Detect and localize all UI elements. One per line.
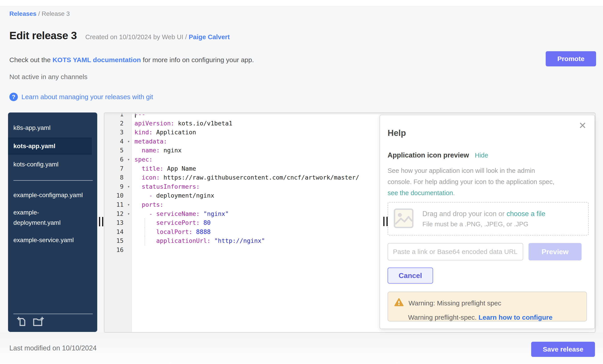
- file-item-kots-app.yaml[interactable]: kots-app.yaml: [8, 137, 92, 155]
- hide-link[interactable]: Hide: [475, 152, 488, 159]
- line-number: 15: [104, 236, 132, 245]
- add-folder-icon[interactable]: [33, 316, 44, 328]
- question-circle-icon[interactable]: ?: [9, 93, 18, 101]
- doc-line-suffix: for more info on configuring your app.: [141, 56, 254, 64]
- add-file-icon[interactable]: [16, 316, 27, 328]
- file-item-example-service.yaml[interactable]: example-service.yaml: [8, 232, 92, 248]
- file-item-example-deployment.yaml[interactable]: example-deployment.yaml: [8, 205, 92, 231]
- icon-url-input[interactable]: [388, 243, 523, 260]
- breadcrumb-separator: /: [36, 10, 41, 17]
- file-sidebar: k8s-app.yamlkots-app.yamlkots-config.yam…: [8, 112, 97, 332]
- choose-file-link[interactable]: choose a file: [506, 210, 545, 218]
- fold-arrow-icon[interactable]: ▾: [127, 137, 130, 146]
- sidebar-resize-handle[interactable]: [99, 217, 103, 226]
- learn-configure-link[interactable]: Learn how to configure: [479, 314, 553, 321]
- file-item-k8s-app.yaml[interactable]: k8s-app.yaml: [8, 120, 92, 136]
- promote-button[interactable]: Promote: [546, 51, 596, 66]
- warning-line2: Warning preflight-spec. Learn how to con…: [408, 314, 580, 321]
- help-panel-title: Help: [388, 128, 587, 138]
- save-release-button[interactable]: Save release: [531, 342, 595, 357]
- line-number: 6▾: [104, 155, 132, 164]
- see-documentation-link[interactable]: see the documentation: [388, 189, 453, 197]
- preview-button[interactable]: Preview: [529, 243, 582, 260]
- title-row: Edit release 3 Created on 10/10/2024 by …: [9, 29, 230, 42]
- fold-arrow-icon[interactable]: ▾: [127, 210, 130, 219]
- file-item-kots-config.yaml[interactable]: kots-config.yaml: [8, 157, 92, 172]
- icon-drop-zone[interactable]: Drag and drop your icon or choose a file…: [388, 202, 589, 235]
- line-number: 12▾: [104, 210, 132, 219]
- editor-gutter: 1234▾56▾789▾1011▾12▾13141516: [104, 112, 132, 332]
- line-number: 13: [104, 218, 132, 227]
- sidebar-bottom-divider: [13, 314, 93, 314]
- preflight-warning-box: Warning: Missing preflight spec Warning …: [388, 292, 587, 321]
- created-subtitle: Created on 10/10/2024 by Web UI / Paige …: [85, 33, 230, 41]
- line-number: 14: [104, 227, 132, 237]
- line-number: 1: [104, 112, 132, 119]
- help-body-line2: console. For help adding your icon to th…: [388, 178, 554, 185]
- help-body-suffix: .: [453, 189, 455, 197]
- breadcrumb-releases-link[interactable]: Releases: [9, 10, 36, 17]
- git-help-row[interactable]: ? Learn about managing your releases wit…: [9, 93, 153, 101]
- help-panel: ✕ Help Application icon preview Hide See…: [380, 115, 595, 329]
- doc-line: Check out the KOTS YAML documentation fo…: [9, 56, 254, 64]
- git-help-link[interactable]: Learn about managing your releases with …: [21, 93, 153, 101]
- doc-line-prefix: Check out the: [9, 56, 52, 64]
- breadcrumb: Releases / Release 3: [9, 10, 70, 17]
- line-number: 11▾: [104, 200, 132, 210]
- kots-yaml-doc-link[interactable]: KOTS YAML documentation: [52, 56, 141, 64]
- top-strip: [0, 0, 603, 6]
- line-number: 7: [104, 164, 132, 173]
- icon-url-row: Preview: [388, 243, 587, 260]
- fold-arrow-icon[interactable]: ▾: [127, 155, 130, 164]
- sidebar-divider: [13, 180, 93, 181]
- icon-preview-section-header: Application icon preview Hide: [388, 151, 587, 159]
- help-body-line1: See how your application icon will look …: [388, 167, 535, 174]
- line-number: 16: [104, 245, 132, 255]
- created-text: Created on 10/10/2024 by Web UI /: [85, 33, 189, 41]
- sidebar-actions: [16, 316, 44, 328]
- help-panel-resize-handle[interactable]: [383, 217, 388, 226]
- drop-zone-text: Drag and drop your icon or choose a file…: [422, 210, 545, 228]
- cancel-button[interactable]: Cancel: [388, 267, 433, 284]
- warning-line1: Warning: Missing preflight spec: [394, 298, 580, 308]
- line-number: 5: [104, 146, 132, 155]
- file-item-example-configmap.yaml[interactable]: example-configmap.yaml: [8, 187, 92, 203]
- breadcrumb-current: Release 3: [42, 10, 70, 17]
- line-number: 9▾: [104, 182, 132, 191]
- text-caret: [135, 112, 136, 118]
- page-title: Edit release 3: [9, 29, 77, 42]
- drop-file-types-text: File must be a .PNG, .JPEG, or .JPG: [422, 221, 545, 228]
- line-number: 10: [104, 191, 132, 200]
- line-number: 2: [104, 119, 132, 128]
- last-modified-text: Last modified on 10/10/2024: [9, 344, 97, 352]
- warning-detail: Warning preflight-spec.: [408, 314, 479, 321]
- warning-triangle-icon: [394, 298, 404, 308]
- line-number: 4▾: [104, 137, 132, 146]
- warning-title: Warning: Missing preflight spec: [408, 299, 501, 307]
- fold-arrow-icon[interactable]: ▾: [127, 200, 130, 210]
- file-list: k8s-app.yamlkots-app.yamlkots-config.yam…: [8, 112, 97, 248]
- created-author-link[interactable]: Paige Calvert: [189, 33, 230, 41]
- close-icon[interactable]: ✕: [579, 121, 587, 130]
- fold-arrow-icon[interactable]: ▾: [127, 182, 130, 191]
- section-title: Application icon preview: [388, 151, 469, 159]
- help-body-text: See how your application icon will look …: [388, 165, 587, 199]
- footer-bar: Last modified on 10/10/2024 Save release: [0, 332, 603, 364]
- drop-line1-text: Drag and drop your icon or: [422, 210, 506, 218]
- line-number: 8: [104, 173, 132, 182]
- channel-status: Not active in any channels: [9, 73, 87, 81]
- image-placeholder-icon: [393, 208, 414, 230]
- line-number: 3: [104, 128, 132, 137]
